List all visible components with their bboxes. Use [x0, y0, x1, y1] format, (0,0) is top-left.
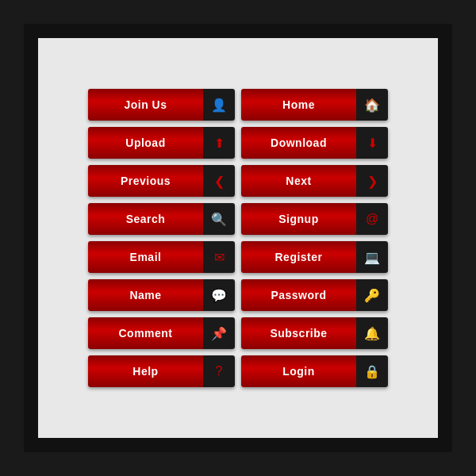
login-icon: 🔒 — [356, 355, 388, 387]
email-button[interactable]: Email✉ — [88, 241, 235, 273]
subscribe-button[interactable]: Subscribe🔔 — [241, 317, 388, 349]
buttons-grid: Join Us👤Home🏠Upload⬆Download⬇Previous❮Ne… — [72, 73, 404, 403]
email-icon: ✉ — [203, 241, 235, 273]
name-icon: 💬 — [203, 279, 235, 311]
previous-label: Previous — [88, 165, 203, 197]
name-button[interactable]: Name💬 — [88, 279, 235, 311]
home-label: Home — [241, 89, 356, 121]
upload-icon: ⬆ — [203, 127, 235, 159]
join-us-label: Join Us — [88, 89, 203, 121]
email-label: Email — [88, 241, 203, 273]
signup-icon: @ — [356, 203, 388, 235]
register-button[interactable]: Register💻 — [241, 241, 388, 273]
signup-label: Signup — [241, 203, 356, 235]
next-icon: ❯ — [356, 165, 388, 197]
next-button[interactable]: Next❯ — [241, 165, 388, 197]
previous-icon: ❮ — [203, 165, 235, 197]
password-icon: 🔑 — [356, 279, 388, 311]
home-button[interactable]: Home🏠 — [241, 89, 388, 121]
register-icon: 💻 — [356, 241, 388, 273]
subscribe-label: Subscribe — [241, 317, 356, 349]
help-button[interactable]: Help? — [88, 355, 235, 387]
signup-button[interactable]: Signup@ — [241, 203, 388, 235]
search-icon: 🔍 — [203, 203, 235, 235]
register-label: Register — [241, 241, 356, 273]
upload-label: Upload — [88, 127, 203, 159]
home-icon: 🏠 — [356, 89, 388, 121]
login-label: Login — [241, 355, 356, 387]
download-label: Download — [241, 127, 356, 159]
join-us-icon: 👤 — [203, 89, 235, 121]
comment-label: Comment — [88, 317, 203, 349]
comment-icon: 📌 — [203, 317, 235, 349]
comment-button[interactable]: Comment📌 — [88, 317, 235, 349]
search-button[interactable]: Search🔍 — [88, 203, 235, 235]
password-label: Password — [241, 279, 356, 311]
password-button[interactable]: Password🔑 — [241, 279, 388, 311]
help-icon: ? — [203, 355, 235, 387]
help-label: Help — [88, 355, 203, 387]
inner-panel: Join Us👤Home🏠Upload⬆Download⬇Previous❮Ne… — [38, 38, 438, 438]
download-button[interactable]: Download⬇ — [241, 127, 388, 159]
search-label: Search — [88, 203, 203, 235]
subscribe-icon: 🔔 — [356, 317, 388, 349]
name-label: Name — [88, 279, 203, 311]
next-label: Next — [241, 165, 356, 197]
login-button[interactable]: Login🔒 — [241, 355, 388, 387]
outer-frame: Join Us👤Home🏠Upload⬆Download⬇Previous❮Ne… — [24, 24, 452, 452]
previous-button[interactable]: Previous❮ — [88, 165, 235, 197]
download-icon: ⬇ — [356, 127, 388, 159]
join-us-button[interactable]: Join Us👤 — [88, 89, 235, 121]
upload-button[interactable]: Upload⬆ — [88, 127, 235, 159]
